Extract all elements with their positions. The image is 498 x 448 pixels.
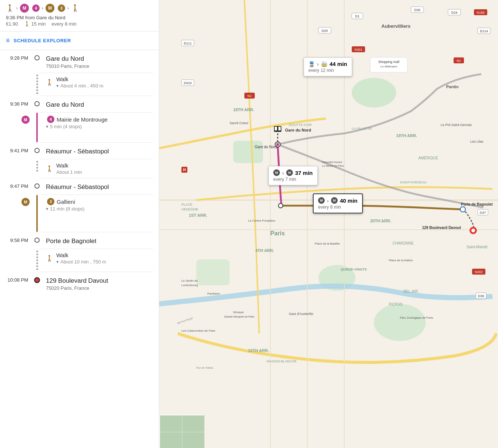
time-928: 9:28 PM — [6, 50, 33, 61]
info-box-37min: M › M 37 min every 7 min — [268, 166, 318, 185]
svg-text:H: H — [183, 168, 186, 172]
mini-map — [159, 415, 204, 448]
svg-text:N2: N2 — [457, 59, 461, 63]
arrow-2: › — [42, 6, 43, 11]
svg-text:Gare d'Austerlitz: Gare d'Austerlitz — [289, 312, 314, 316]
route-icons: 🚶 › M 4 › M 3 › 🚶 — [6, 4, 153, 13]
stop-name-final: 129 Boulevard Davout — [46, 276, 153, 285]
info-box-44min: 🚆 › 🚋 44 min every 12 min — [304, 57, 352, 76]
line-col-1 — [33, 50, 41, 60]
arrow-box: › — [317, 61, 319, 67]
svg-text:Pantin: Pantin — [446, 84, 459, 89]
svg-text:SAINT-FARGEAU: SAINT-FARGEAU — [400, 180, 427, 184]
metro-m-icon-4: M — [21, 116, 30, 124]
chevron-metro3: ▾ — [46, 206, 49, 212]
svg-point-4 — [374, 304, 426, 341]
svg-text:13TH ARR.: 13TH ARR. — [248, 348, 269, 353]
stop-name-3: Réaumur - Sébastopol — [46, 146, 153, 155]
metro-icon-40a: M — [318, 197, 325, 204]
stop-final: 10:08 PM 129 Boulevard Davout 75020 Pari… — [0, 272, 159, 295]
svg-text:MAISON-BLANCHE: MAISON-BLANCHE — [267, 359, 297, 363]
svg-text:Gare du Nord: Gare du Nord — [255, 145, 277, 149]
metro-badge-m2: M — [46, 4, 54, 13]
walk-2-content: 🚶 Walk About 1 min — [41, 159, 153, 178]
chevron-walk-1: ▾ — [56, 83, 59, 89]
svg-text:D410: D410 — [184, 81, 192, 85]
walk3-time-col — [6, 249, 33, 272]
svg-point-13 — [278, 203, 283, 208]
summary-details: €1.90 🚶 15 min every 8 min — [6, 21, 153, 27]
stop-content-1: Gare du Nord 75010 Paris, France — [41, 50, 153, 73]
svg-text:Les Catacombes de Paris: Les Catacombes de Paris — [181, 329, 215, 332]
svg-text:Place de la Nation: Place de la Nation — [389, 259, 413, 262]
train-icon: 🚆 — [308, 61, 315, 67]
map-panel[interactable]: 18TH ARR. GOUTTE D'OR LA VILLETTE 19TH A… — [159, 0, 498, 448]
stop-address-final: 75020 Paris, France — [46, 285, 153, 291]
stop-content-3: Réaumur - Sébastopol — [41, 143, 153, 159]
stop-content-5: Porte de Bagnolet — [41, 232, 153, 249]
walk-person-icon-2: 🚶 — [46, 165, 53, 172]
svg-rect-18 — [275, 127, 277, 130]
time-1008: 10:08 PM — [6, 272, 33, 283]
svg-text:Luxembourg: Luxembourg — [181, 283, 198, 287]
metro4-content: 4 Mairie de Montrouge ▾ 5 min (4 stops) — [41, 113, 153, 142]
time-936: 9:36 PM — [6, 96, 33, 107]
svg-text:Porte de Bagnolet: Porte de Bagnolet — [461, 202, 493, 206]
svg-text:GOUTTE D'OR: GOUTTE D'OR — [289, 123, 312, 127]
stop-reaumur-2: 9:47 PM Réaumur - Sébastopol — [0, 178, 159, 195]
itinerary: 9:28 PM Gare du Nord 75010 Paris, France — [0, 50, 159, 448]
svg-text:D37: D37 — [480, 211, 486, 215]
stop-circle-1 — [34, 55, 40, 60]
line-col-4 — [33, 178, 41, 189]
stop-content-2: Gare du Nord — [41, 96, 153, 112]
schedule-explorer[interactable]: ≡ SCHEDULE EXPLORER — [0, 31, 159, 50]
price: €1.90 — [6, 21, 18, 27]
stop-name-5: Porte de Bagnolet — [46, 236, 153, 245]
metro-icon-37b: M — [286, 169, 293, 176]
svg-text:AMÉRIQUE: AMÉRIQUE — [418, 156, 438, 160]
metro-line-4-badge: 4 — [32, 4, 40, 12]
svg-text:Les Lilas: Les Lilas — [470, 140, 484, 143]
svg-text:LA VILLETTE: LA VILLETTE — [352, 127, 372, 130]
svg-point-16 — [471, 229, 475, 232]
metro3-stops-text: 11 min (8 stops) — [50, 206, 84, 212]
svg-text:D30: D30 — [414, 8, 421, 12]
walk2-dots-col — [33, 159, 41, 178]
walk-detail-3: ▾ About 10 min , 750 m — [56, 259, 106, 265]
stop-gare-nord-2: 9:36 PM Gare du Nord — [0, 96, 159, 112]
menu-icon: ≡ — [6, 37, 10, 44]
walk-person-icon-3: 🚶 — [46, 255, 53, 262]
duration-37: 37 min — [295, 170, 313, 176]
walk-row-3: 🚶 Walk ▾ About 10 min , 750 m — [46, 252, 153, 265]
svg-rect-5 — [196, 259, 230, 285]
walk-segment-3: 🚶 Walk ▾ About 10 min , 750 m — [0, 249, 159, 272]
stop-address-1: 75010 Paris, France — [46, 63, 153, 69]
tram-icon: 🚋 — [321, 61, 327, 67]
svg-text:Le Manoir de Paris: Le Manoir de Paris — [322, 165, 344, 167]
line-col-2 — [33, 96, 41, 106]
walk-icon-end: 🚶 — [71, 4, 79, 12]
svg-text:Sacré-Coeur: Sacré-Coeur — [230, 121, 248, 125]
svg-text:Saint-Mandé: Saint-Mandé — [467, 245, 488, 249]
metro3-content: 3 Gallieni ▾ 11 min (8 stops) — [41, 195, 153, 232]
stop-circle-5 — [34, 238, 40, 243]
svg-text:Paris: Paris — [270, 230, 285, 236]
svg-text:Grande Mosquée de Paris: Grande Mosquée de Paris — [224, 315, 254, 318]
walk-1-content: 🚶 Walk ▾ About 4 min , 450 m — [41, 73, 153, 96]
svg-text:QUINZE-VINGTS: QUINZE-VINGTS — [341, 268, 367, 271]
walk-3-info: Walk ▾ About 10 min , 750 m — [56, 252, 106, 265]
walk-segment-2: 🚶 Walk About 1 min — [0, 159, 159, 178]
freq-44: every 12 min — [308, 68, 347, 73]
summary-section: 🚶 › M 4 › M 3 › 🚶 9:36 PM from Gare du N… — [0, 0, 159, 31]
time-941: 9:41 PM — [6, 143, 33, 153]
svg-text:Le Millénaire: Le Millénaire — [380, 65, 397, 68]
svg-rect-19 — [278, 127, 281, 130]
metro3-line-col — [33, 195, 41, 232]
walk-time: 15 min — [31, 21, 46, 27]
svg-text:N186: N186 — [477, 11, 485, 14]
time-958: 9:58 PM — [6, 232, 33, 243]
svg-text:PLACE: PLACE — [181, 203, 193, 206]
svg-text:Place de la Bastille: Place de la Bastille — [315, 242, 340, 245]
info-box-40min: M › M 40 min every 8 min — [313, 193, 363, 213]
metro4-direction: Mairie de Montrouge — [57, 116, 108, 123]
